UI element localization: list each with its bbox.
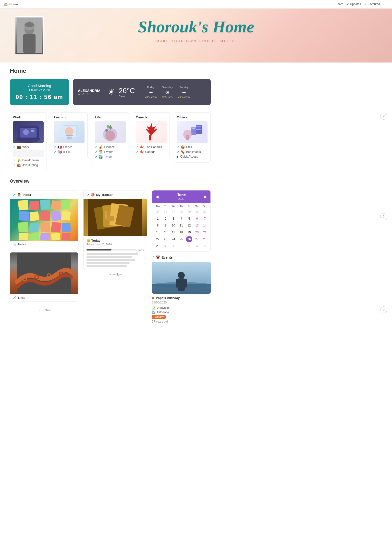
work-link-jobhunting[interactable]: ↗ 👜 Job Hunting — [13, 163, 44, 167]
weather-current: ☀ 26°C Clear — [102, 87, 140, 98]
cal-day[interactable]: 7 — [202, 215, 208, 222]
cal-day[interactable]: 15 — [155, 229, 161, 236]
cal-day[interactable]: 30 — [162, 243, 169, 249]
cal-day[interactable]: 1 — [170, 243, 177, 249]
cal-day[interactable]: 9 — [162, 222, 169, 229]
cal-day[interactable]: 28 — [202, 236, 208, 242]
others-link-utils[interactable]: ↗ 📦 Utils — [177, 145, 208, 149]
cal-day[interactable]: 26 — [162, 209, 169, 215]
cal-day[interactable]: 30 — [194, 209, 200, 215]
svg-rect-44 — [61, 223, 71, 232]
arrow-icon: ↗ — [54, 151, 56, 154]
events-section: ↗ 📅 Events — [152, 255, 211, 323]
cal-day[interactable]: 11 — [178, 222, 184, 229]
cal-day[interactable]: 27 — [170, 209, 177, 215]
category-life: Life ↗ 💰 Finance ↗ 📅 Events — [92, 112, 129, 163]
cal-day[interactable]: 5 — [186, 215, 192, 222]
cal-day[interactable]: 28 — [178, 209, 184, 215]
others-link-bookmarks[interactable]: ↗ 🔖 Bookmarks — [177, 150, 208, 154]
cal-day[interactable]: 21 — [202, 229, 208, 236]
inbox-arrow-icon: ↗ — [13, 193, 16, 197]
cal-day-today[interactable]: 26 — [186, 236, 192, 242]
life-link-travel[interactable]: ↗ 🌍 Travel — [95, 155, 125, 159]
events-arrow-icon: ↗ — [152, 256, 154, 259]
cal-day[interactable]: 24 — [170, 236, 177, 242]
cal-day[interactable]: 20 — [194, 229, 200, 236]
life-link-events[interactable]: ↗ 📅 Events — [95, 150, 125, 154]
cal-day[interactable]: 17 — [170, 229, 177, 236]
help-button-1[interactable]: ? — [380, 113, 387, 120]
cal-day[interactable]: 27 — [194, 236, 200, 242]
category-life-title: Life — [95, 115, 125, 119]
cal-day[interactable]: 2 — [178, 243, 184, 249]
cal-day[interactable]: 6 — [194, 215, 200, 222]
tracker-header[interactable]: ↗ 🎯 My Tracker — [84, 190, 147, 199]
help-button-2[interactable]: ? — [380, 213, 387, 220]
svg-rect-34 — [61, 200, 71, 210]
learning-link-french[interactable]: ↗ 🇫🇷 French — [54, 145, 85, 149]
cal-day[interactable]: 4 — [178, 215, 184, 222]
cal-day[interactable]: 14 — [202, 222, 208, 229]
cal-day[interactable]: 29 — [186, 209, 192, 215]
cal-day[interactable]: 2 — [162, 215, 169, 222]
cal-day[interactable]: 1 — [155, 215, 161, 222]
calendar-dow: MoTuWeThFr SaSu — [154, 205, 208, 208]
cal-day[interactable]: 22 — [155, 236, 161, 242]
days-left-icon: 📝 — [152, 306, 156, 310]
cal-day[interactable]: 16 — [162, 229, 169, 236]
category-life-image — [95, 121, 125, 143]
cal-day[interactable]: 12 — [186, 222, 192, 229]
clock-greeting: Good Morning — [16, 84, 63, 88]
work-link-work[interactable]: ↗ 💼 Work — [13, 145, 44, 149]
nav-home[interactable]: 🏠 Home — [4, 2, 18, 6]
event-image — [152, 262, 211, 294]
cal-day[interactable]: 19 — [186, 229, 192, 236]
inbox-header[interactable]: ↗ 🧑‍💼 Inbox — [10, 190, 78, 199]
more-button[interactable]: ... — [383, 2, 388, 6]
canada-link-thecanadian[interactable]: ↗ 🍁 The Canadia... — [136, 145, 167, 149]
updates-button[interactable]: ✓ Updates — [347, 2, 361, 6]
events-header[interactable]: ↗ 📅 Events — [152, 255, 211, 259]
calendar-days: 25 26 27 28 29 30 31 1 2 3 4 5 6 — [154, 209, 208, 249]
cal-day[interactable]: 4 — [194, 243, 200, 249]
cal-day[interactable]: 18 — [178, 229, 184, 236]
cal-day[interactable]: 10 — [170, 222, 177, 229]
overview-col-left: ↗ 🧑‍💼 Inbox — [10, 190, 78, 323]
svg-rect-67 — [176, 279, 178, 288]
calendar-prev-button[interactable]: ◀ — [156, 194, 159, 199]
calendar-widget: ◀ June 2020 ▶ MoTuWeThFr SaSu 25 — [152, 190, 211, 251]
calendar-next-button[interactable]: ▶ — [204, 194, 207, 199]
cal-day[interactable]: 3 — [186, 243, 192, 249]
event-tag: Birthday — [152, 315, 166, 319]
canada-link-canada[interactable]: ↗ 🍁 Canada — [136, 150, 167, 154]
cal-day[interactable]: 8 — [155, 222, 161, 229]
new-button-mid[interactable]: ＋ + New — [83, 270, 147, 279]
others-link-quickaccess[interactable]: ▶ Events Quick Access — [177, 155, 208, 158]
cal-day[interactable]: 3 — [170, 215, 177, 222]
share-button[interactable]: Share — [335, 2, 343, 6]
arrow-icon: ↗ — [136, 146, 138, 149]
arrow-icon: ↗ — [136, 151, 138, 154]
cal-day[interactable]: 29 — [155, 243, 161, 249]
weather-day-saturday: Saturday ☀ 28°C 22°C — [162, 86, 173, 98]
cal-day[interactable]: 31 — [202, 209, 208, 215]
learning-link-ielts[interactable]: ↗ 🇬🇧 IELTS — [54, 150, 85, 154]
event-age: 57 years old — [152, 320, 211, 323]
tracker-today-title: 🌞 Today — [86, 239, 144, 242]
cal-day[interactable]: 23 — [162, 236, 169, 242]
tracker-icon: 🎯 — [91, 193, 95, 197]
help-button-3[interactable]: ? — [380, 306, 387, 313]
cal-day[interactable]: 13 — [194, 222, 200, 229]
svg-rect-38 — [51, 211, 61, 221]
svg-rect-33 — [51, 200, 61, 210]
cal-day[interactable]: 25 — [155, 209, 161, 215]
svg-point-19 — [106, 130, 115, 141]
cal-day[interactable]: 25 — [178, 236, 184, 242]
profile-photo — [15, 16, 44, 55]
work-link-development[interactable]: ↗ 💡 Developmen... — [13, 158, 44, 162]
favorited-button[interactable]: ✓ Favorited — [364, 2, 380, 6]
new-button-left[interactable]: ＋ + New — [10, 306, 78, 315]
category-canada: Canada ↗ 🍁 The Canadia... ↗ 🍁 Canada — [133, 112, 170, 158]
life-link-finance[interactable]: ↗ 💰 Finance — [95, 145, 125, 149]
cal-day[interactable]: 5 — [202, 243, 208, 249]
